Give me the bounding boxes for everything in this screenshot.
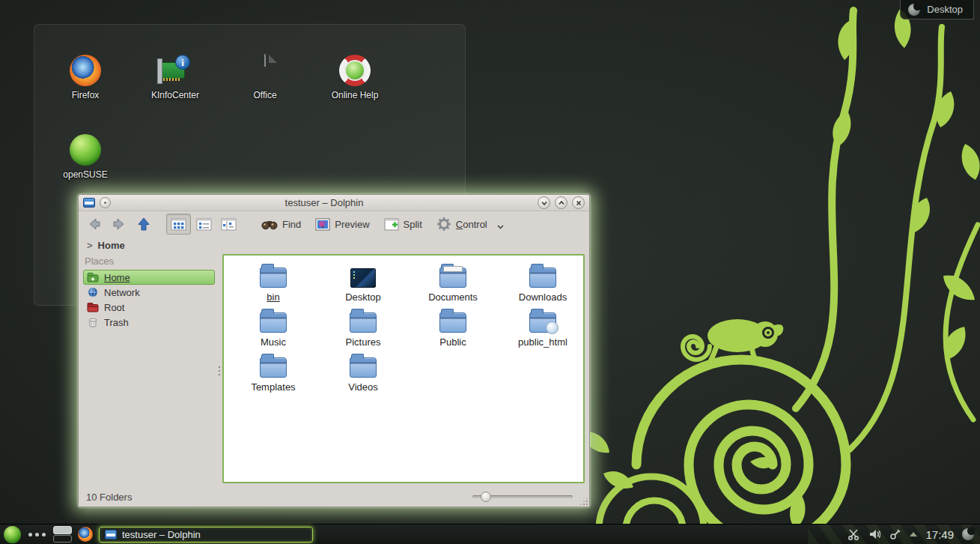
desktop-icon-opensuse[interactable]: openSUSE	[42, 134, 129, 180]
minimize-button[interactable]	[538, 196, 550, 209]
folder-icon	[260, 357, 287, 378]
firefox-icon	[70, 55, 101, 86]
maximize-icon	[558, 199, 565, 207]
app-launcher-button[interactable]	[4, 526, 21, 543]
minimize-icon	[541, 199, 548, 207]
find-button[interactable]: Find	[255, 214, 307, 235]
system-tray: 17:49	[847, 528, 976, 541]
places-item-label: Network	[104, 287, 140, 298]
desktop-icon-label: Office	[222, 90, 308, 100]
pager-desktop-1[interactable]	[53, 526, 72, 534]
toolbar: Find Preview Split	[79, 211, 589, 237]
preview-image-icon	[315, 218, 330, 231]
folder-item-downloads[interactable]: Downloads	[498, 263, 585, 303]
virtual-desktop-pager[interactable]	[53, 526, 72, 543]
folder-item-music[interactable]: Music	[228, 308, 318, 348]
view-mode-group	[166, 214, 240, 235]
folder-item-public[interactable]: Public	[408, 308, 498, 348]
dolphin-window: testuser – Dolphin	[78, 194, 590, 507]
volume-speaker-icon[interactable]	[868, 528, 880, 541]
preview-button[interactable]: Preview	[309, 214, 375, 235]
folder-item-templates[interactable]: Templates	[228, 353, 318, 393]
up-icon	[136, 217, 151, 232]
pager-desktop-2[interactable]	[53, 535, 72, 543]
folder-item-videos[interactable]: Videos	[318, 353, 408, 393]
breadcrumb-home[interactable]: Home	[98, 240, 125, 251]
resize-grip[interactable]	[580, 498, 588, 505]
places-item-trash[interactable]: Trash	[83, 315, 215, 330]
desktop-toolbox-label: Desktop	[927, 4, 963, 15]
opensuse-geeko-icon	[70, 134, 101, 166]
office-document-icon	[252, 55, 278, 86]
panel-splitter[interactable]	[216, 253, 222, 487]
desktop-icon-kinfocenter[interactable]: i KInfoCenter	[132, 55, 219, 100]
folder-item-pictures[interactable]: Pictures	[318, 308, 408, 348]
folder-icon	[260, 312, 287, 333]
split-label: Split	[404, 219, 422, 230]
places-item-label: Trash	[104, 317, 129, 328]
chevron-down-icon	[497, 225, 504, 229]
window-title: testuser – Dolphin	[115, 197, 533, 208]
lifesaver-help-icon	[339, 55, 371, 86]
folder-item-public-html[interactable]: public_html	[498, 308, 585, 348]
desktop-toolbox[interactable]: Desktop	[900, 0, 974, 19]
zoom-slider[interactable]	[472, 492, 573, 502]
cashew-icon	[908, 4, 920, 16]
split-view-icon	[384, 218, 399, 231]
icons-view-button[interactable]	[166, 214, 191, 235]
folder-icon	[350, 357, 377, 378]
desktop-icon-online-help[interactable]: Online Help	[311, 55, 398, 100]
forward-button[interactable]	[108, 214, 130, 235]
places-item-home[interactable]: Home	[83, 270, 215, 285]
folder-item-bin[interactable]: bin	[228, 263, 318, 303]
places-item-network[interactable]: Network	[83, 285, 215, 300]
maximize-button[interactable]	[555, 196, 567, 209]
folder-item-documents[interactable]: Documents	[408, 263, 498, 303]
task-button-dolphin[interactable]: testuser – Dolphin	[99, 527, 313, 543]
folder-item-desktop[interactable]: Desktop	[318, 263, 408, 303]
dolphin-app-icon	[83, 198, 95, 208]
up-button[interactable]	[133, 214, 155, 235]
desktop-icon-office[interactable]: Office	[222, 55, 308, 100]
columns-view-button[interactable]	[217, 214, 240, 235]
folder-icon	[439, 312, 466, 333]
statusbar: 10 Folders	[79, 487, 589, 507]
firefox-launcher[interactable]	[78, 527, 93, 542]
home-folder-icon	[87, 272, 99, 282]
folder-icon	[260, 268, 287, 288]
device-notifier-icon[interactable]	[889, 528, 901, 541]
control-button[interactable]: Control	[430, 214, 510, 235]
desktop-icon-label: Firefox	[42, 90, 129, 100]
taskbar: testuser – Dolphin	[0, 524, 980, 544]
network-globe-icon	[87, 287, 99, 297]
window-content: Places Home Networ	[79, 253, 589, 487]
desktop-icon-label: Online Help	[311, 90, 398, 100]
panel-cashew-icon[interactable]	[962, 528, 974, 540]
desktop-icon-label: openSUSE	[42, 169, 129, 180]
places-item-root[interactable]: Root	[83, 300, 215, 315]
tray-expand-arrow-icon[interactable]	[910, 532, 917, 537]
split-button[interactable]: Split	[378, 214, 428, 235]
desktop-icon-firefox[interactable]: Firefox	[42, 55, 129, 100]
places-item-label: Home	[104, 272, 130, 283]
public-html-folder-icon	[529, 312, 556, 333]
dolphin-app-icon	[105, 530, 117, 540]
control-label: Control	[456, 219, 487, 230]
breadcrumb-arrow: >	[87, 240, 93, 251]
folder-view[interactable]: bin Desktop Documents Downloads Music	[222, 254, 585, 483]
back-button[interactable]	[83, 214, 106, 235]
close-button[interactable]	[572, 196, 585, 209]
clock[interactable]: 17:49	[925, 528, 954, 541]
globe-emblem-icon	[546, 321, 559, 334]
clipboard-scissors-icon[interactable]	[847, 528, 859, 541]
activity-dots-widget[interactable]	[27, 533, 47, 537]
documents-folder-icon	[439, 268, 466, 288]
forward-icon	[112, 217, 127, 232]
zoom-slider-handle[interactable]	[481, 492, 491, 502]
kinfocenter-icon: i	[159, 55, 191, 86]
root-folder-icon	[87, 302, 99, 312]
pin-button[interactable]	[100, 197, 111, 208]
back-icon	[87, 217, 102, 232]
details-view-button[interactable]	[192, 214, 216, 235]
titlebar[interactable]: testuser – Dolphin	[79, 195, 589, 211]
